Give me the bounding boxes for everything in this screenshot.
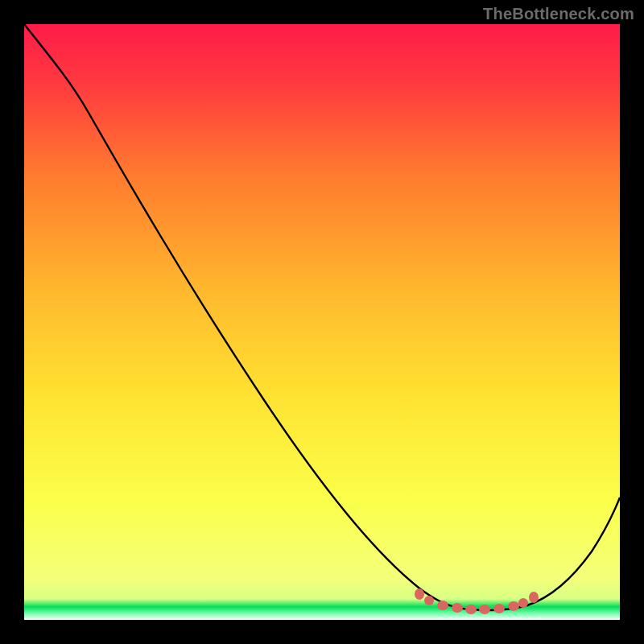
svg-point-2 (424, 596, 434, 605)
svg-point-7 (493, 604, 505, 613)
bottleneck-curve (24, 24, 620, 620)
svg-point-6 (479, 605, 490, 614)
chart-frame: TheBottleneck.com (0, 0, 644, 644)
plot-area (24, 24, 620, 620)
svg-point-1 (415, 588, 424, 600)
svg-point-9 (518, 598, 528, 608)
svg-point-4 (452, 603, 463, 613)
watermark-text: TheBottleneck.com (483, 5, 634, 23)
curve-path (24, 24, 620, 610)
svg-point-5 (465, 605, 477, 614)
svg-point-3 (437, 601, 448, 610)
svg-point-8 (508, 601, 519, 611)
svg-point-10 (529, 592, 539, 603)
